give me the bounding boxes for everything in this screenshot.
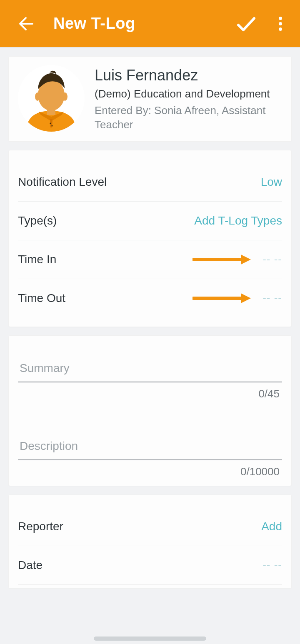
reporter-row[interactable]: Reporter Add	[18, 507, 282, 546]
summary-input[interactable]	[18, 353, 282, 382]
svg-point-4	[50, 122, 51, 124]
summary-block: 0/45	[18, 353, 282, 404]
add-tlog-types-action[interactable]: Add T-Log Types	[194, 214, 282, 227]
divider	[18, 584, 282, 585]
more-vertical-icon	[275, 12, 285, 35]
person-context: (Demo) Education and Development	[95, 87, 282, 100]
reporter-date-card: Reporter Add Date -- --	[8, 494, 292, 589]
svg-point-0	[279, 17, 282, 20]
svg-point-2	[279, 27, 282, 31]
svg-point-9	[62, 92, 68, 101]
notification-level-value[interactable]: Low	[261, 175, 282, 189]
avatar-illustration	[18, 65, 85, 132]
entered-by: Entered By: Sonia Afreen, Assistant Teac…	[95, 104, 282, 132]
description-counter: 0/10000	[18, 465, 282, 482]
app-header: New T-Log	[0, 0, 300, 47]
arrow-left-icon	[18, 15, 34, 32]
avatar	[18, 65, 85, 132]
check-icon	[235, 12, 258, 35]
time-in-row[interactable]: Time In -- --	[18, 240, 282, 279]
person-info: Luis Fernandez (Demo) Education and Deve…	[95, 65, 282, 132]
textfields-card: 0/45 0/10000	[8, 335, 292, 486]
header-actions	[235, 0, 292, 47]
time-out-label: Time Out	[18, 292, 65, 305]
time-out-row[interactable]: Time Out -- --	[18, 279, 282, 317]
time-in-label: Time In	[18, 253, 56, 266]
person-card: Luis Fernandez (Demo) Education and Deve…	[8, 56, 292, 142]
notification-level-row[interactable]: Notification Level Low	[18, 163, 282, 201]
arrow-right-icon	[192, 255, 251, 265]
description-block: 0/10000	[18, 414, 282, 482]
time-out-value[interactable]: -- --	[262, 292, 282, 305]
more-options-button[interactable]	[269, 12, 292, 35]
time-in-value[interactable]: -- --	[262, 253, 282, 266]
reporter-add-action[interactable]: Add	[261, 520, 282, 533]
fields-card: Notification Level Low Type(s) Add T-Log…	[8, 150, 292, 327]
summary-counter: 0/45	[18, 387, 282, 404]
arrow-right-icon	[192, 293, 251, 303]
reporter-label: Reporter	[18, 520, 63, 533]
svg-point-5	[51, 125, 52, 126]
svg-point-1	[279, 22, 282, 25]
description-input[interactable]	[18, 414, 282, 460]
confirm-button[interactable]	[235, 12, 258, 35]
person-name: Luis Fernandez	[95, 67, 282, 84]
types-label: Type(s)	[18, 214, 57, 227]
home-indicator	[94, 637, 206, 641]
types-row[interactable]: Type(s) Add T-Log Types	[18, 202, 282, 240]
date-value[interactable]: -- --	[262, 559, 282, 572]
back-button[interactable]	[16, 14, 36, 34]
svg-marker-13	[241, 293, 251, 303]
svg-point-8	[35, 92, 40, 101]
date-label: Date	[18, 559, 42, 572]
svg-marker-11	[241, 255, 251, 265]
date-row[interactable]: Date -- --	[18, 546, 282, 584]
page-title: New T-Log	[53, 15, 135, 32]
notification-level-label: Notification Level	[18, 175, 107, 189]
